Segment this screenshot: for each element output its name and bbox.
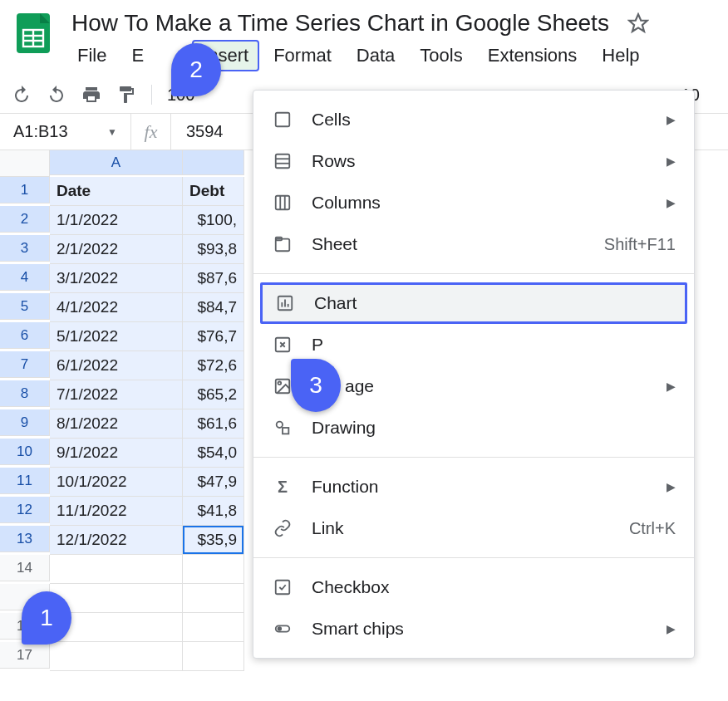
cell-a1[interactable]: Date	[50, 177, 183, 206]
sheets-logo-icon[interactable]	[12, 12, 55, 55]
cell[interactable]: 7/1/2022	[50, 380, 183, 409]
chevron-right-icon: ▶	[667, 154, 676, 168]
cell[interactable]: $93,8	[183, 235, 244, 264]
menu-extensions[interactable]: Extensions	[477, 40, 588, 71]
insert-cells[interactable]: Cells ▶	[253, 99, 694, 140]
cells-icon	[272, 109, 293, 130]
cell[interactable]: $41,8	[183, 497, 244, 526]
row-header[interactable]: 11	[0, 468, 50, 494]
menu-tools[interactable]: Tools	[409, 40, 473, 71]
row-header[interactable]: 14	[0, 555, 50, 581]
shortcut: Shift+F11	[604, 235, 676, 254]
cell[interactable]: $47,9	[183, 468, 244, 497]
insert-sheet[interactable]: Sheet Shift+F11	[253, 223, 694, 265]
undo-icon[interactable]	[12, 85, 32, 105]
cell-active[interactable]: $35,9	[183, 526, 244, 555]
svg-rect-6	[276, 113, 290, 127]
cell[interactable]: $76,7	[183, 322, 244, 351]
insert-columns[interactable]: Columns ▶	[253, 182, 694, 223]
row-header[interactable]: 2	[0, 206, 50, 233]
menu-edit[interactable]: E	[121, 40, 155, 71]
cell[interactable]: 11/1/2022	[50, 497, 183, 526]
cell[interactable]	[50, 642, 183, 671]
cell[interactable]: $87,6	[183, 264, 244, 293]
select-all-corner[interactable]	[0, 150, 50, 177]
app-header: How To Make a Time Series Chart in Googl…	[0, 0, 728, 76]
star-icon[interactable]	[627, 12, 649, 34]
row-header[interactable]: 8	[0, 380, 50, 407]
shortcut: Ctrl+K	[629, 519, 676, 538]
menu-divider	[253, 457, 694, 458]
link-icon	[272, 517, 293, 539]
chevron-right-icon: ▶	[667, 480, 676, 493]
row-header[interactable]: 7	[0, 351, 50, 378]
cell[interactable]: $65,2	[183, 380, 244, 409]
insert-function[interactable]: Σ Function ▶	[253, 466, 694, 507]
menu-help[interactable]: Help	[591, 40, 650, 71]
fx-label: fx	[131, 114, 171, 150]
cell[interactable]: 3/1/2022	[50, 264, 183, 293]
row-header[interactable]: 13	[0, 526, 50, 552]
svg-marker-5	[629, 14, 647, 32]
col-header-a[interactable]: A	[50, 150, 183, 175]
cell[interactable]	[183, 642, 244, 671]
insert-drawing[interactable]: Drawing	[253, 407, 694, 449]
row-header[interactable]: 4	[0, 264, 50, 291]
name-box[interactable]: A1:B13 ▼	[0, 114, 131, 150]
col-header-b[interactable]	[183, 150, 244, 175]
row-header[interactable]: 1	[0, 177, 50, 203]
row-header[interactable]: 12	[0, 497, 50, 523]
cell[interactable]	[183, 584, 244, 613]
cell[interactable]: $100,	[183, 206, 244, 235]
row-header[interactable]: 6	[0, 322, 50, 349]
cell[interactable]: 1/1/2022	[50, 206, 183, 235]
cell[interactable]: $61,6	[183, 409, 244, 439]
cell[interactable]: 10/1/2022	[50, 468, 183, 497]
insert-link[interactable]: Link Ctrl+K	[253, 507, 694, 549]
cell[interactable]: 12/1/2022	[50, 526, 183, 555]
callout-badge-1: 1	[22, 591, 71, 645]
insert-checkbox[interactable]: Checkbox	[253, 566, 694, 608]
toolbar-separator	[151, 85, 152, 105]
cell[interactable]: 9/1/2022	[50, 439, 183, 468]
formula-value[interactable]: 3594	[171, 122, 239, 141]
insert-chart[interactable]: Chart	[260, 282, 687, 324]
cell[interactable]: 5/1/2022	[50, 322, 183, 351]
insert-rows[interactable]: Rows ▶	[253, 140, 694, 182]
print-icon[interactable]	[81, 85, 101, 105]
cell[interactable]: $72,6	[183, 351, 244, 380]
cell[interactable]: 4/1/2022	[50, 293, 183, 322]
doc-title[interactable]: How To Make a Time Series Chart in Googl…	[66, 8, 614, 38]
row-header[interactable]: 5	[0, 293, 50, 320]
cell[interactable]: 2/1/2022	[50, 235, 183, 264]
menu-divider	[253, 557, 694, 558]
cell[interactable]	[183, 555, 244, 584]
columns-icon	[272, 192, 293, 213]
chevron-right-icon: ▶	[667, 113, 676, 126]
drawing-icon	[272, 417, 293, 439]
svg-point-26	[278, 627, 282, 630]
svg-rect-10	[276, 196, 290, 210]
paint-format-icon[interactable]	[116, 85, 136, 105]
menu-format[interactable]: Format	[263, 40, 342, 71]
chevron-down-icon[interactable]: ▼	[107, 126, 117, 138]
insert-smart-chips[interactable]: Smart chips ▶	[253, 608, 694, 650]
row-header[interactable]: 10	[0, 439, 50, 465]
menu-file[interactable]: File	[66, 40, 117, 71]
row-header[interactable]: 9	[0, 409, 50, 436]
row-header[interactable]: 17	[0, 642, 50, 669]
cell[interactable]: 8/1/2022	[50, 409, 183, 439]
cell-b1[interactable]: Debt	[183, 177, 244, 206]
row-header[interactable]: 3	[0, 235, 50, 262]
callout-badge-2: 2	[171, 43, 221, 96]
svg-rect-23	[283, 428, 288, 434]
menu-data[interactable]: Data	[346, 40, 406, 71]
cell[interactable]: $84,7	[183, 293, 244, 322]
redo-icon[interactable]	[47, 85, 66, 105]
cell[interactable]: 6/1/2022	[50, 351, 183, 380]
svg-rect-7	[276, 154, 290, 169]
cell[interactable]: $54,0	[183, 439, 244, 468]
svg-point-21	[278, 382, 282, 385]
cell[interactable]	[50, 555, 183, 584]
cell[interactable]	[183, 613, 244, 642]
